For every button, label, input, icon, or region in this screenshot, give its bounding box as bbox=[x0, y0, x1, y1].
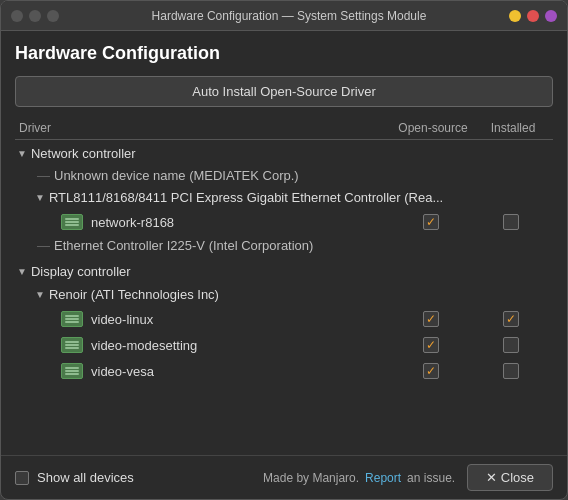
ethernet-controller-row: — Ethernet Controller I225-V (Intel Corp… bbox=[15, 235, 553, 256]
opensource-checkbox-video-linux[interactable] bbox=[423, 311, 439, 327]
driver-icon-video-linux bbox=[61, 311, 83, 327]
driver-row-video-linux: video-linux bbox=[35, 306, 553, 332]
unknown-device-label: Unknown device name (MEDIATEK Corp.) bbox=[54, 168, 299, 183]
auto-install-button[interactable]: Auto Install Open-Source Driver bbox=[15, 76, 553, 107]
window-minimize-btn[interactable] bbox=[29, 10, 41, 22]
opensource-checkbox-video-modesetting[interactable] bbox=[423, 337, 439, 353]
driver-video-linux-installed[interactable] bbox=[471, 311, 551, 327]
driver-video-linux-label: video-linux bbox=[91, 312, 153, 327]
driver-video-linux-opensource[interactable] bbox=[391, 311, 471, 327]
report-link[interactable]: Report bbox=[365, 471, 401, 485]
driver-row-video-modesetting: video-modesetting bbox=[35, 332, 553, 358]
driver-row-video-vesa: video-vesa bbox=[35, 358, 553, 384]
installed-checkbox-video-vesa[interactable] bbox=[503, 363, 519, 379]
rtl-label: RTL8111/8168/8411 PCI Express Gigabit Et… bbox=[49, 190, 443, 205]
footer: Show all devices Made by Manjaro. Report… bbox=[1, 455, 567, 499]
close-button[interactable]: ✕ Close bbox=[467, 464, 553, 491]
titlebar-purple-btn[interactable] bbox=[545, 10, 557, 22]
window-controls bbox=[11, 10, 59, 22]
table-header: Driver Open-source Installed bbox=[15, 117, 553, 140]
driver-video-modesetting-opensource[interactable] bbox=[391, 337, 471, 353]
network-controller-label: Network controller bbox=[31, 146, 136, 161]
driver-video-vesa-opensource[interactable] bbox=[391, 363, 471, 379]
titlebar-right-controls bbox=[509, 10, 557, 22]
main-window: Hardware Configuration — System Settings… bbox=[0, 0, 568, 500]
device-list: ▼ Network controller — Unknown device na… bbox=[15, 142, 553, 455]
titlebar-title: Hardware Configuration — System Settings… bbox=[69, 9, 509, 23]
opensource-checkbox-video-vesa[interactable] bbox=[423, 363, 439, 379]
content-area: Hardware Configuration Auto Install Open… bbox=[1, 31, 567, 455]
installed-checkbox-video-modesetting[interactable] bbox=[503, 337, 519, 353]
page-title: Hardware Configuration bbox=[15, 43, 553, 64]
section-network-controller: ▼ Network controller bbox=[15, 142, 553, 165]
driver-row-network-r8168: network-r8168 bbox=[35, 209, 553, 235]
col-opensource-header: Open-source bbox=[393, 121, 473, 135]
chevron-renoir-icon: ▼ bbox=[35, 289, 45, 300]
show-all-devices-checkbox[interactable] bbox=[15, 471, 29, 485]
chevron-rtl-icon: ▼ bbox=[35, 192, 45, 203]
chevron-display-icon: ▼ bbox=[17, 266, 27, 277]
driver-video-modesetting-label: video-modesetting bbox=[91, 338, 197, 353]
installed-checkbox-r8168[interactable] bbox=[503, 214, 519, 230]
tree-dash-icon: — bbox=[37, 168, 50, 183]
section-display-controller: ▼ Display controller bbox=[15, 260, 553, 283]
driver-video-vesa-label: video-vesa bbox=[91, 364, 154, 379]
driver-network-r8168-installed[interactable] bbox=[471, 214, 551, 230]
driver-icon-video-modesetting bbox=[61, 337, 83, 353]
renoir-subsection: ▼ Renoir (ATI Technologies Inc) bbox=[15, 283, 553, 384]
made-by-label: Made by Manjaro. bbox=[263, 471, 359, 485]
installed-checkbox-video-linux[interactable] bbox=[503, 311, 519, 327]
window-close-btn[interactable] bbox=[11, 10, 23, 22]
titlebar: Hardware Configuration — System Settings… bbox=[1, 1, 567, 31]
show-all-devices-label: Show all devices bbox=[37, 470, 134, 485]
driver-video-vesa-installed[interactable] bbox=[471, 363, 551, 379]
driver-network-r8168-name: network-r8168 bbox=[61, 214, 391, 230]
footer-right: Made by Manjaro. Report an issue. bbox=[263, 471, 455, 485]
tree-dash-eth-icon: — bbox=[37, 238, 50, 253]
col-installed-header: Installed bbox=[473, 121, 553, 135]
unknown-device-row: — Unknown device name (MEDIATEK Corp.) bbox=[15, 165, 553, 186]
display-controller-label: Display controller bbox=[31, 264, 131, 279]
chevron-network-icon: ▼ bbox=[17, 148, 27, 159]
driver-network-r8168-opensource[interactable] bbox=[391, 214, 471, 230]
footer-left: Show all devices bbox=[15, 470, 263, 485]
driver-video-linux-name: video-linux bbox=[61, 311, 391, 327]
titlebar-yellow-btn[interactable] bbox=[509, 10, 521, 22]
rtl-subsection: ▼ RTL8111/8168/8411 PCI Express Gigabit … bbox=[15, 186, 553, 235]
col-driver-header: Driver bbox=[15, 121, 393, 135]
issue-label: an issue. bbox=[407, 471, 455, 485]
ethernet-controller-label: Ethernet Controller I225-V (Intel Corpor… bbox=[54, 238, 313, 253]
opensource-checkbox-r8168[interactable] bbox=[423, 214, 439, 230]
window-maximize-btn[interactable] bbox=[47, 10, 59, 22]
driver-video-modesetting-name: video-modesetting bbox=[61, 337, 391, 353]
driver-video-modesetting-installed[interactable] bbox=[471, 337, 551, 353]
driver-icon-video-vesa bbox=[61, 363, 83, 379]
renoir-label: Renoir (ATI Technologies Inc) bbox=[49, 287, 219, 302]
titlebar-red-btn[interactable] bbox=[527, 10, 539, 22]
driver-icon-network-r8168 bbox=[61, 214, 83, 230]
driver-video-vesa-name: video-vesa bbox=[61, 363, 391, 379]
rtl-section-header: ▼ RTL8111/8168/8411 PCI Express Gigabit … bbox=[35, 186, 553, 209]
renoir-section-header: ▼ Renoir (ATI Technologies Inc) bbox=[35, 283, 553, 306]
driver-network-r8168-label: network-r8168 bbox=[91, 215, 174, 230]
